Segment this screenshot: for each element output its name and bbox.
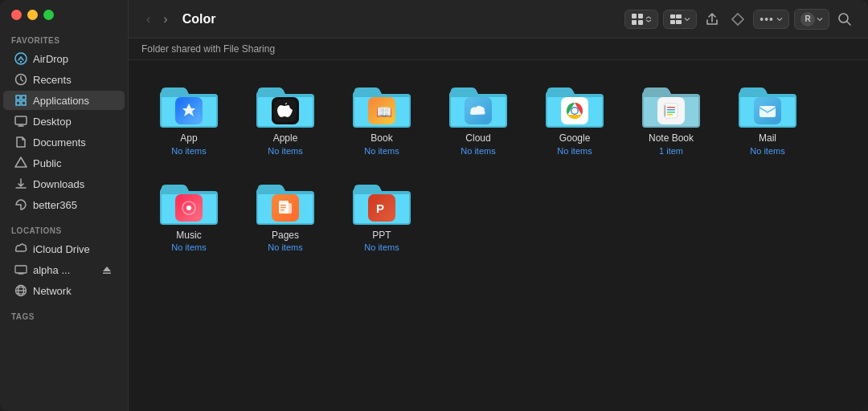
- traffic-lights: [0, 10, 128, 31]
- folder-pages[interactable]: Pages No items: [241, 170, 330, 259]
- folder-app-name: App: [180, 132, 197, 145]
- profile-button[interactable]: R: [794, 9, 829, 30]
- view-icon-toggle[interactable]: [624, 10, 658, 29]
- svg-rect-42: [280, 207, 286, 208]
- folder-notebook-count: 1 item: [659, 146, 683, 156]
- applications-label: Applications: [33, 95, 89, 107]
- chevron-up-down-icon: [645, 16, 652, 22]
- tag-button[interactable]: [727, 9, 748, 30]
- cloud-svg: [467, 100, 489, 122]
- list-icon: [669, 13, 682, 26]
- icloud-label: iCloud Drive: [33, 243, 90, 255]
- sidebar-item-documents[interactable]: Documents: [3, 132, 125, 152]
- svg-text:P: P: [376, 201, 384, 215]
- appstore-svg: [178, 100, 200, 122]
- sidebar-item-downloads[interactable]: Downloads: [3, 174, 125, 193]
- pages-svg: [274, 197, 297, 219]
- folder-pages-name: Pages: [272, 230, 299, 242]
- search-button[interactable]: [834, 9, 855, 30]
- network-icon: [14, 284, 27, 297]
- search-icon: [837, 12, 852, 26]
- folder-music-count: No items: [171, 242, 206, 252]
- svg-rect-10: [632, 20, 637, 25]
- eject-icon[interactable]: [100, 263, 113, 276]
- sidebar-item-recents[interactable]: Recents: [3, 70, 125, 89]
- sharing-banner: Folder shared with File Sharing: [129, 39, 868, 60]
- pages-icon: [272, 194, 299, 222]
- sidebar-item-better365[interactable]: better365: [3, 195, 125, 214]
- sidebar-item-public[interactable]: Public: [3, 153, 125, 173]
- svg-rect-5: [103, 273, 111, 275]
- folder-apple-count: No items: [268, 146, 302, 156]
- maximize-button[interactable]: [43, 10, 54, 20]
- sidebar-item-desktop[interactable]: Desktop: [3, 112, 125, 131]
- books-svg: 📖: [371, 100, 393, 122]
- public-label: Public: [33, 157, 61, 169]
- ppt-svg: P: [371, 197, 393, 219]
- forward-button[interactable]: ›: [158, 10, 172, 28]
- folder-ppt[interactable]: P PPT No items: [338, 170, 426, 259]
- apple-logo-icon: [272, 97, 299, 124]
- folder-music[interactable]: Music No items: [145, 170, 233, 259]
- music-icon: [175, 194, 203, 222]
- share-icon: [705, 12, 719, 26]
- main-content: ‹ › Color: [129, 0, 868, 411]
- back-button[interactable]: ‹: [141, 10, 155, 28]
- airdrop-icon: [14, 52, 27, 65]
- sidebar-item-icloud[interactable]: iCloud Drive: [3, 239, 125, 258]
- tags-label: Tags: [0, 307, 128, 324]
- folder-cloud-count: No items: [461, 146, 495, 156]
- desktop-label: Desktop: [33, 116, 72, 128]
- folder-notebook[interactable]: Note Book 1 item: [627, 73, 715, 162]
- toolbar-right: ••• R: [624, 9, 855, 30]
- folder-google[interactable]: Google No items: [530, 73, 619, 162]
- icloud-icon: [14, 242, 27, 255]
- network-label: Network: [33, 285, 72, 297]
- svg-rect-43: [280, 210, 285, 210]
- folder-cloud-icon-wrapper: [449, 79, 507, 128]
- folder-mail-count: No items: [750, 146, 784, 156]
- svg-rect-41: [280, 205, 286, 206]
- applications-icon: [14, 94, 27, 107]
- svg-rect-28: [667, 107, 675, 108]
- folder-mail[interactable]: Mail No items: [723, 73, 812, 162]
- public-icon: [14, 157, 27, 169]
- sidebar-item-alpha[interactable]: alpha ...: [3, 260, 125, 279]
- svg-point-16: [839, 14, 848, 22]
- folder-app[interactable]: App No items: [145, 73, 233, 162]
- svg-rect-11: [638, 20, 643, 25]
- folder-book-icon-wrapper: 📖: [353, 79, 411, 128]
- recents-icon: [14, 73, 27, 86]
- folder-app-icon-wrapper: [160, 79, 218, 128]
- more-button[interactable]: •••: [753, 10, 789, 29]
- svg-rect-3: [15, 116, 27, 124]
- share-button[interactable]: [702, 9, 723, 30]
- sidebar-item-applications[interactable]: Applications: [3, 91, 125, 110]
- documents-icon: [14, 136, 27, 149]
- svg-point-37: [186, 206, 191, 210]
- folder-google-icon-wrapper: [546, 79, 604, 128]
- sidebar-item-network[interactable]: Network: [3, 281, 125, 300]
- close-button[interactable]: [11, 10, 22, 20]
- svg-rect-30: [667, 112, 675, 113]
- svg-rect-15: [676, 20, 682, 24]
- mail-icon: [754, 97, 781, 124]
- folder-book-count: No items: [364, 146, 399, 156]
- better365-icon: [14, 198, 27, 211]
- folder-notebook-name: Note Book: [649, 132, 694, 145]
- svg-rect-40: [284, 203, 292, 214]
- chevron-down-icon: [684, 16, 690, 22]
- folder-cloud[interactable]: Cloud No items: [434, 73, 522, 162]
- view-list-toggle[interactable]: [663, 10, 697, 29]
- folder-book[interactable]: 📖 Book No items: [338, 73, 426, 162]
- folder-apple[interactable]: Apple No items: [241, 73, 330, 162]
- airdrop-label: AirDrop: [33, 53, 68, 65]
- files-row-1: App No items Apple: [145, 73, 852, 162]
- sidebar: Favorites AirDrop Recents: [0, 0, 129, 411]
- nav-buttons: ‹ ›: [141, 10, 173, 28]
- minimize-button[interactable]: [27, 10, 38, 20]
- sidebar-item-airdrop[interactable]: AirDrop: [3, 49, 125, 68]
- folder-ppt-name: PPT: [372, 230, 391, 242]
- svg-rect-32: [664, 105, 666, 116]
- toolbar: ‹ › Color: [129, 0, 868, 39]
